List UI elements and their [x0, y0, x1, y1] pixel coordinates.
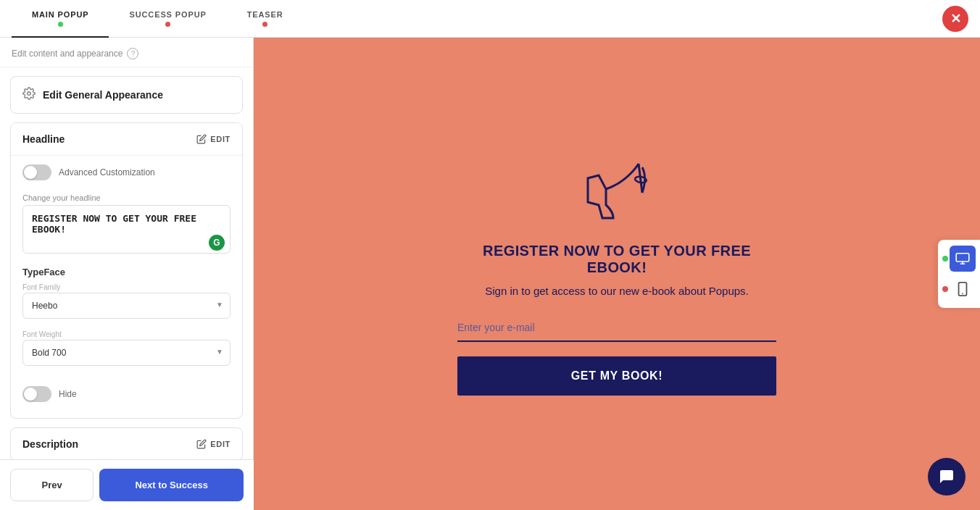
right-toolbar	[938, 240, 980, 308]
description-edit-label: EDIT	[210, 440, 231, 448]
tab-success-popup-label: SUCCESS POPUP	[129, 10, 206, 19]
next-to-success-button[interactable]: Next to Success	[99, 469, 244, 501]
headline-section-body: Advanced Customization Change your headl…	[11, 155, 242, 418]
font-family-sublabel: Font Family	[22, 283, 231, 291]
change-headline-label: Change your headline	[22, 193, 231, 202]
headline-input[interactable]: REGISTER NOW TO GET YOUR FREE EBOOK!	[22, 205, 231, 254]
edit-content-label: Edit content and appearance	[12, 49, 122, 59]
headline-textarea-wrapper: REGISTER NOW TO GET YOUR FREE EBOOK! G	[22, 205, 231, 256]
popup-preview: REGISTER NOW TO GET YOUR FREE EBOOK! Sig…	[428, 124, 805, 425]
advanced-customization-label: Advanced Customization	[59, 167, 155, 177]
tab-teaser-label: TEASER	[247, 10, 283, 19]
font-family-select[interactable]: Heebo	[22, 293, 231, 319]
popup-subtext: Sign in to get access to our new e-book …	[457, 285, 776, 297]
tab-bar: MAIN POPUP SUCCESS POPUP TEASER ✕	[0, 0, 980, 38]
font-weight-select[interactable]: Bold 700	[22, 340, 231, 366]
advanced-customization-toggle[interactable]	[22, 164, 51, 180]
bottom-footer: Prev Next to Success	[0, 459, 254, 510]
svg-rect-2	[956, 254, 969, 262]
headline-edit-button[interactable]: EDIT	[196, 134, 231, 144]
gear-icon	[22, 87, 36, 103]
chat-button[interactable]	[928, 458, 966, 496]
description-section: Description EDIT	[10, 427, 243, 461]
close-button[interactable]: ✕	[942, 6, 968, 32]
prev-button[interactable]: Prev	[10, 469, 94, 501]
hide-label: Hide	[59, 389, 77, 399]
megaphone-icon	[573, 153, 660, 225]
popup-email-input[interactable]	[457, 314, 776, 342]
svg-point-0	[28, 92, 31, 96]
popup-headline: REGISTER NOW TO GET YOUR FREE EBOOK!	[457, 243, 776, 276]
description-edit-button[interactable]: EDIT	[196, 439, 231, 449]
mobile-button[interactable]	[950, 276, 976, 302]
hide-toggle-row: Hide	[22, 377, 231, 406]
mobile-device-row	[942, 276, 976, 302]
edit-general-label: Edit General Appearance	[43, 89, 163, 101]
main-layout: Edit content and appearance ? Edit Gener…	[0, 38, 980, 510]
hide-toggle[interactable]	[22, 386, 51, 402]
desktop-green-dot	[942, 256, 948, 262]
popup-icon-area	[457, 153, 776, 228]
font-family-wrapper: Font Family Heebo ▼	[22, 283, 231, 325]
mobile-red-dot	[942, 286, 948, 292]
popup-cta-button[interactable]: GET MY BOOK!	[457, 356, 776, 396]
headline-section: Headline EDIT Adv	[10, 122, 243, 419]
edit-general-appearance[interactable]: Edit General Appearance	[10, 76, 243, 114]
desktop-device-row	[942, 246, 976, 272]
tab-teaser-dot	[262, 22, 267, 27]
tab-teaser[interactable]: TEASER	[227, 0, 304, 38]
font-weight-wrapper: Font Weight Bold 700 ▼	[22, 330, 231, 372]
description-title: Description	[22, 438, 78, 450]
grammarly-icon: G	[209, 235, 225, 251]
panel-header: Edit content and appearance ?	[0, 38, 253, 67]
panel-scroll: Headline EDIT Adv	[0, 122, 253, 510]
headline-section-header: Headline EDIT	[11, 123, 242, 155]
desktop-button[interactable]	[950, 246, 976, 272]
tab-main-popup-dot	[58, 22, 63, 27]
preview-area: REGISTER NOW TO GET YOUR FREE EBOOK! Sig…	[254, 38, 980, 510]
font-weight-sublabel: Font Weight	[22, 330, 231, 338]
help-icon[interactable]: ?	[127, 48, 138, 59]
tab-main-popup-label: MAIN POPUP	[32, 10, 88, 19]
headline-edit-label: EDIT	[210, 135, 231, 143]
typeface-label: TypeFace	[22, 267, 231, 277]
headline-title: Headline	[22, 133, 65, 145]
tab-success-popup-dot	[165, 22, 170, 27]
tab-success-popup[interactable]: SUCCESS POPUP	[109, 0, 226, 38]
left-panel: Edit content and appearance ? Edit Gener…	[0, 38, 254, 510]
advanced-toggle-row: Advanced Customization	[22, 156, 231, 185]
tab-main-popup[interactable]: MAIN POPUP	[12, 0, 109, 38]
svg-point-4	[962, 293, 963, 294]
